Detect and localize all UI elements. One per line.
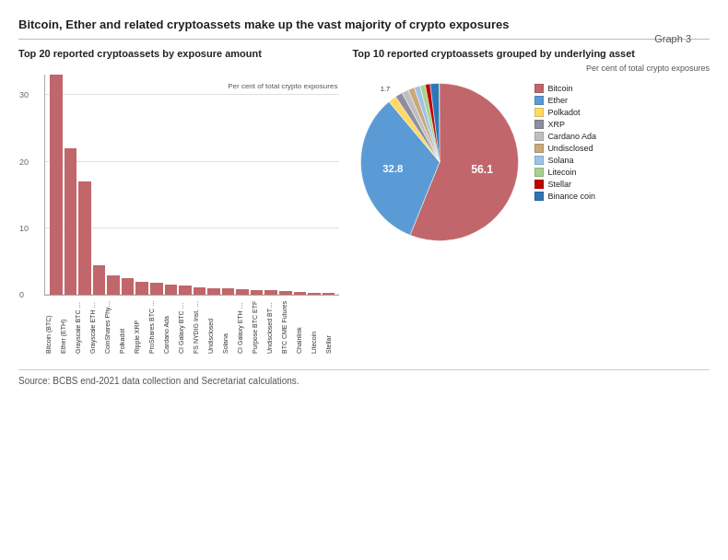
legend-item: Binance coin [534, 192, 596, 201]
legend-item: Solana [534, 156, 596, 165]
bar-label: Undisclosed [207, 298, 220, 354]
bar-label: Ripple XRP [134, 298, 147, 354]
bar [194, 287, 206, 296]
bar-label: Grayscale BTC Trust [75, 298, 88, 354]
legend-item: Cardano Ada [534, 132, 596, 141]
bar-label-container: Bitcoin (BTC)Ether (ETH)Grayscale BTC Tr… [44, 298, 339, 354]
legend-item: Polkadot [534, 108, 596, 117]
charts-container: Top 20 reported cryptoassets by exposure… [18, 47, 710, 360]
legend-label: Solana [547, 156, 573, 165]
bar [150, 283, 163, 295]
header-row: Bitcoin, Ether and related cryptoassets … [18, 17, 710, 33]
bar-chart-section: Top 20 reported cryptoassets by exposure… [18, 47, 343, 360]
legend-color-box [534, 120, 544, 129]
bar [279, 291, 292, 295]
pie-label-polkadot: 1.7 [381, 86, 391, 94]
bar-label: Grayscale ETH Trust [89, 298, 102, 354]
bar [294, 292, 307, 296]
bar [207, 288, 220, 296]
bar-label: Stellar [325, 298, 338, 354]
legend-item: Undisclosed [534, 144, 596, 153]
bar-chart-area: 0102030 [44, 75, 339, 296]
bar [179, 286, 192, 295]
legend-label: XRP [547, 120, 565, 129]
bar [93, 265, 106, 296]
bar-label: CoinShares Physical ETH Fund [104, 298, 117, 354]
pie-svg-container: 56.132.81.7 [352, 75, 527, 251]
legend-label: Litecoin [547, 168, 576, 177]
source-text: Source: BCBS end-2021 data collection an… [18, 369, 710, 386]
bar-label: Cardano Ada [163, 298, 176, 354]
bar-label: Undisclosed BTC-linked ETPs [266, 298, 279, 354]
bar [50, 75, 63, 295]
pie-and-legend: 56.132.81.7 BitcoinEtherPolkadotXRPCarda… [352, 75, 710, 251]
bar [251, 290, 264, 296]
legend: BitcoinEtherPolkadotXRPCardano AdaUndisc… [534, 84, 596, 201]
legend-color-box [534, 108, 544, 117]
bars-group [49, 75, 335, 295]
legend-label: Cardano Ada [547, 132, 596, 141]
bar [135, 282, 148, 295]
bar [65, 148, 77, 295]
legend-color-box [534, 144, 544, 153]
legend-color-box [534, 192, 544, 201]
bar [122, 278, 135, 295]
bar-label: Chainlink [296, 298, 309, 354]
pie-label-bitcoin: 56.1 [472, 164, 494, 177]
pie-chart-area: Per cent of total crypto exposures 56.13… [352, 64, 710, 251]
legend-label: Ether [547, 96, 568, 105]
legend-color-box [534, 96, 544, 105]
bar-label: Bitcoin (BTC) [45, 298, 58, 354]
legend-label: Undisclosed [547, 144, 593, 153]
legend-label: Bitcoin [547, 84, 572, 93]
pie-ylabel: Per cent of total crypto exposures [586, 64, 710, 73]
bar [165, 285, 178, 296]
pie-chart-section: Top 10 reported cryptoassets grouped by … [352, 47, 710, 360]
y-axis-label: 20 [19, 158, 29, 167]
legend-item: Litecoin [534, 168, 596, 177]
y-axis-label: 30 [19, 90, 29, 99]
bar [264, 290, 277, 295]
bar-label: FS NYDIG Inst. BTC Fund [193, 298, 205, 354]
legend-item: XRP [534, 120, 596, 129]
pie-label-ether: 32.8 [383, 164, 404, 175]
legend-item: Bitcoin [534, 84, 596, 93]
legend-color-box [534, 84, 544, 93]
bar [222, 288, 235, 295]
bar [308, 293, 321, 296]
legend-color-box [534, 168, 544, 177]
bar [107, 275, 120, 296]
bar-label: Ether (ETH) [60, 298, 73, 354]
bar-label: Litecoin [311, 298, 323, 354]
bar [236, 289, 249, 296]
legend-color-box [534, 180, 544, 189]
main-title: Bitcoin, Ether and related cryptoassets … [18, 17, 534, 33]
bar-label: ProShares BTC Strategy ETF [148, 298, 161, 354]
bar-label: Purpose BTC ETF [252, 298, 264, 354]
pie-chart-subtitle: Top 10 reported cryptoassets grouped by … [352, 47, 710, 60]
graph-label: Graph 3 [654, 33, 691, 44]
legend-item: Stellar [534, 180, 596, 189]
legend-color-box [534, 156, 544, 165]
bar-label: Solana [222, 298, 235, 354]
bar-label: CI Galaxy ETH ETF [237, 298, 250, 354]
bar-label: BTC CME Futures [281, 298, 294, 354]
bar-chart-subtitle: Top 20 reported cryptoassets by exposure… [18, 47, 343, 60]
bar-label: CI Galaxy BTC ETF [178, 298, 191, 354]
title-divider [18, 39, 710, 40]
legend-item: Ether [534, 96, 596, 105]
bar [323, 293, 335, 295]
y-axis-label: 10 [19, 224, 29, 233]
bar-label: Polkadot [119, 298, 132, 354]
bar-chart-wrapper: Per cent of total crypto exposures 01020… [18, 75, 343, 360]
legend-color-box [534, 132, 544, 141]
bar [78, 181, 91, 295]
legend-label: Binance coin [547, 192, 595, 201]
y-axis-label: 0 [19, 290, 24, 299]
legend-label: Stellar [547, 180, 571, 189]
legend-label: Polkadot [547, 108, 580, 117]
